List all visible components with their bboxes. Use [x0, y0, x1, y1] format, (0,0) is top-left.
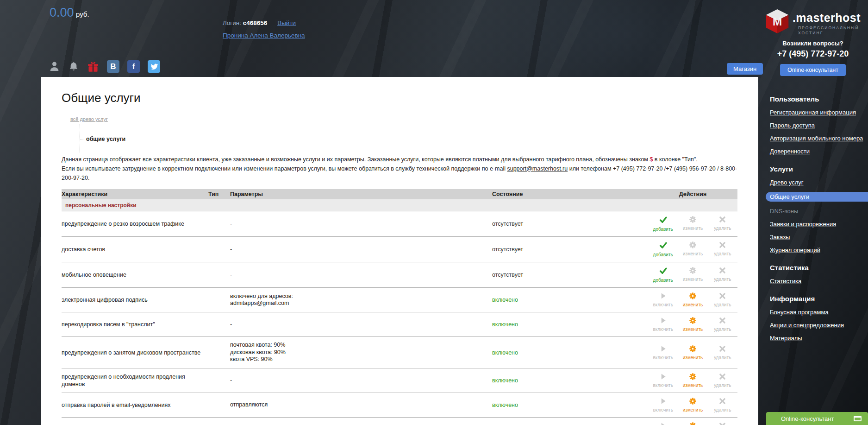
twitter-icon[interactable]: [148, 60, 160, 73]
sidebar-section-title: Информация: [770, 295, 868, 303]
add-button[interactable]: добавить: [648, 241, 678, 257]
sidebar-item[interactable]: Статистика: [770, 278, 801, 285]
action-label: добавить: [653, 278, 673, 283]
delete-button: удалить: [708, 422, 737, 425]
add-button[interactable]: добавить: [648, 216, 678, 232]
sidebar: ПользовательРегистрационная информацияПа…: [758, 95, 868, 348]
delete-button: удалить: [708, 317, 737, 332]
login-line: Логин: c468656 Выйти: [223, 19, 305, 28]
play-icon: [660, 398, 667, 406]
action-label: добавить: [653, 227, 673, 232]
table-row: отправка паролей в email-уведомленияхотп…: [62, 393, 737, 418]
service-status: отсутствует: [492, 220, 648, 228]
sidebar-item: DNS-зоны: [770, 208, 798, 215]
online-consultant-button[interactable]: Online-консультант: [780, 64, 846, 76]
sidebar-item[interactable]: Пароль доступа: [770, 122, 815, 129]
facebook-icon[interactable]: f: [127, 60, 140, 73]
sidebar-item[interactable]: Бонусная программа: [770, 309, 829, 316]
tree-root-link[interactable]: всё древо услуг: [70, 116, 108, 122]
action-label: изменить: [683, 277, 703, 282]
edit-button[interactable]: изменить: [678, 292, 707, 307]
service-param-line: дисковая квота: 90%: [230, 349, 492, 356]
service-param-line: -: [230, 221, 492, 228]
sidebar-item[interactable]: Акции и спецпредложения: [770, 322, 844, 329]
sidebar-section-title: Пользователь: [770, 95, 868, 103]
play-icon: [660, 345, 667, 354]
action-label: изменить: [683, 251, 703, 256]
add-button[interactable]: добавить: [648, 267, 678, 283]
action-label: удалить: [714, 383, 731, 388]
service-actions: включитьизменитьудалить: [648, 373, 737, 388]
sidebar-item[interactable]: Журнал операций: [770, 247, 820, 254]
edit-button[interactable]: изменить: [678, 317, 707, 332]
check-icon: [659, 267, 667, 277]
sidebar-item[interactable]: Материалы: [770, 335, 802, 342]
sidebar-item[interactable]: Авторизация мобильного номера: [770, 135, 863, 142]
x-icon: [719, 398, 726, 406]
sidebar-section-title: Статистика: [770, 264, 868, 272]
user-name-link[interactable]: Пронина Алена Валерьевна: [223, 31, 305, 40]
sidebar-item[interactable]: Древо услуг: [770, 179, 804, 186]
x-icon: [719, 345, 726, 354]
action-label: изменить: [683, 383, 703, 388]
table-row: электронная цифровая подписьвключено для…: [62, 288, 737, 312]
consultant-bar[interactable]: Online-консультант: [766, 412, 868, 425]
sidebar-item[interactable]: Общие услуги: [766, 192, 868, 202]
action-label: удалить: [714, 251, 731, 256]
description-line-2: Если вы испытываете затруднение в коррек…: [62, 165, 737, 183]
edit-button: изменить: [678, 216, 707, 232]
brand-name: .masterhost: [793, 11, 861, 25]
service-name: предупреждение о резко возросшем трафике: [62, 220, 208, 228]
sidebar-item[interactable]: Регистрационная информация: [770, 109, 856, 116]
logout-link[interactable]: Выйти: [277, 19, 296, 26]
service-params: отправляются: [230, 401, 492, 409]
service-actions: добавитьизменитьудалить: [648, 241, 737, 257]
gift-icon[interactable]: [87, 61, 99, 73]
vk-icon[interactable]: В: [107, 60, 119, 73]
column-header-status: Состояние: [492, 190, 648, 198]
gear-icon: [689, 398, 696, 406]
brand-subtitle-line1: ПРОФЕССИОНАЛЬНЫЙ: [798, 25, 859, 30]
x-icon: [719, 241, 726, 250]
sidebar-item[interactable]: Заказы: [770, 234, 790, 241]
enable-button: включить: [648, 398, 678, 412]
edit-button[interactable]: изменить: [678, 398, 707, 412]
edit-button[interactable]: изменить: [678, 422, 707, 425]
service-name: перекодировка писем в "транслит": [62, 321, 208, 328]
delete-button: удалить: [708, 398, 737, 412]
action-label: удалить: [714, 226, 731, 231]
service-name: предупреждения о необходимости продления…: [62, 373, 208, 388]
action-label: изменить: [683, 407, 703, 412]
shop-button[interactable]: Магазин: [727, 63, 763, 75]
login-value: c468656: [243, 19, 268, 26]
gear-icon: [689, 292, 696, 301]
bell-icon[interactable]: [68, 61, 79, 72]
action-label: изменить: [683, 226, 703, 231]
delete-button: удалить: [708, 292, 737, 307]
play-icon: [660, 317, 667, 326]
support-email-link[interactable]: support@masterhost.ru: [507, 165, 568, 172]
sidebar-item[interactable]: Заявки и распоряжения: [770, 221, 836, 228]
action-label: удалить: [714, 302, 731, 307]
gear-icon: [689, 241, 696, 250]
sidebar-item[interactable]: Доверенности: [770, 148, 810, 155]
edit-button[interactable]: изменить: [678, 345, 707, 360]
service-name: предупреждения о занятом дисковом простр…: [62, 349, 208, 356]
x-icon: [719, 373, 726, 382]
edit-button[interactable]: изменить: [678, 373, 707, 388]
gear-icon: [689, 216, 696, 225]
user-icon[interactable]: [49, 61, 60, 72]
action-label: удалить: [714, 277, 731, 282]
action-label: включить: [653, 302, 673, 307]
service-name: доставка счетов: [62, 246, 208, 253]
table-row: мобильное оповещение-отсутствуетдобавить…: [62, 262, 737, 288]
enable-button: включить: [648, 373, 678, 388]
service-actions: включитьизменитьудалить: [648, 398, 737, 412]
delete-button: удалить: [708, 267, 737, 283]
chat-window-icon: [854, 416, 862, 421]
balance[interactable]: 0.00 руб.: [50, 6, 89, 20]
play-icon: [660, 422, 667, 425]
service-actions: добавитьизменитьудалить: [648, 216, 737, 232]
table-row: предупреждения о необходимости продления…: [62, 368, 737, 393]
balance-amount[interactable]: 0.00: [50, 6, 74, 19]
